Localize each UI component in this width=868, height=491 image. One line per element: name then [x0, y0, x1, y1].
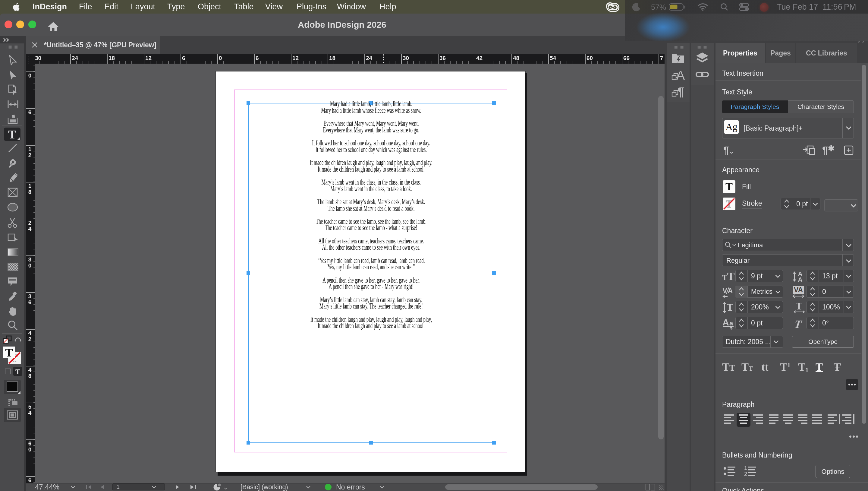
svg-text:2: 2: [744, 471, 747, 477]
svg-text:1: 1: [744, 466, 747, 471]
svg-text:T: T: [16, 368, 20, 375]
svg-text:T: T: [8, 127, 16, 141]
svg-text:A: A: [798, 276, 802, 282]
svg-text:a: a: [730, 319, 733, 327]
svg-text:T: T: [727, 301, 734, 313]
svg-text:T: T: [5, 347, 13, 358]
svg-text:A: A: [722, 318, 729, 327]
svg-text:T: T: [796, 301, 803, 312]
